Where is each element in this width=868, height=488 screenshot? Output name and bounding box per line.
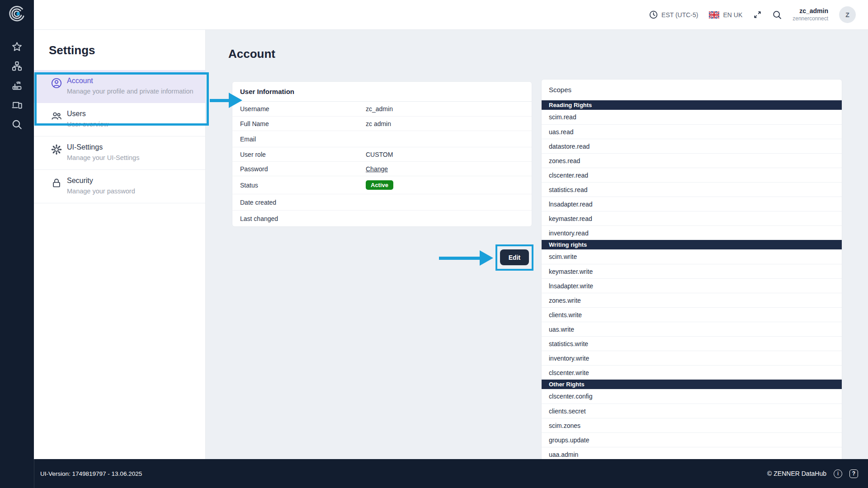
users-icon <box>51 110 62 129</box>
status-badge: Active <box>366 180 393 190</box>
app-rail <box>0 0 34 488</box>
timezone-label: EST (UTC-5) <box>661 11 698 19</box>
avatar-initial: Z <box>845 11 849 19</box>
organization-label: zennerconnect <box>793 15 828 22</box>
info-label: Status <box>240 182 366 189</box>
scopes-section-header-reading: Reading Rights <box>542 100 842 110</box>
fullscreen-icon[interactable] <box>753 10 762 19</box>
scope-item: scim.write <box>542 249 842 264</box>
favorites-star-icon[interactable] <box>0 37 34 56</box>
help-icon[interactable]: ? <box>849 469 858 478</box>
info-label: Last changed <box>240 215 366 222</box>
edit-button[interactable]: Edit <box>500 249 529 265</box>
footer: UI-Version: 1749819797 - 13.06.2025 © ZE… <box>34 459 868 488</box>
scope-item: clscenter.write <box>542 365 842 380</box>
scopes-other-list: clscenter.configclients.secretscim.zones… <box>542 389 842 459</box>
scope-item: clients.write <box>542 307 842 322</box>
user-information-card: User Information Username zc_admin Full … <box>232 81 532 227</box>
info-row-password: Password Change <box>232 161 532 176</box>
scope-label: clscenter.write <box>549 369 589 376</box>
info-icon[interactable]: i <box>834 469 842 478</box>
scope-item: clscenter.read <box>542 168 842 182</box>
scope-item: keymaster.write <box>542 264 842 278</box>
info-row-date-created: Date created <box>232 194 532 210</box>
scope-item: zones.read <box>542 153 842 168</box>
sidebar-item-security[interactable]: Security Manage your password <box>34 170 205 203</box>
scopes-reading-list: scim.readuas.readdatastore.readzones.rea… <box>542 110 842 240</box>
scopes-writing-list: scim.writekeymaster.writelnsadapter.writ… <box>542 249 842 380</box>
info-label: Password <box>240 165 366 173</box>
uk-flag-icon <box>709 11 719 19</box>
scope-label: clscenter.config <box>549 393 593 400</box>
scope-label: clscenter.read <box>549 172 588 179</box>
timezone-selector[interactable]: EST (UTC-5) <box>649 10 698 19</box>
info-row-fullname: Full Name zc admin <box>232 116 532 131</box>
page-title: Account <box>228 47 275 61</box>
scope-label: scim.zones <box>549 422 580 429</box>
scope-label: datastore.read <box>549 143 590 150</box>
scope-label: inventory.write <box>549 355 589 362</box>
change-password-link[interactable]: Change <box>366 165 388 173</box>
scope-label: uas.write <box>549 326 574 333</box>
nav-item-title: Account <box>67 77 193 85</box>
nav-item-title: Users <box>67 110 108 118</box>
scope-item: uas.read <box>542 124 842 139</box>
info-label: User role <box>240 151 366 158</box>
scopes-section-header-writing: Writing rights <box>542 240 842 249</box>
main-content: Account User Information Username zc_adm… <box>206 30 868 459</box>
scope-label: clients.secret <box>549 408 586 415</box>
scope-item: uas.write <box>542 322 842 336</box>
username-label: zc_admin <box>799 7 828 15</box>
sidebar-item-account[interactable]: Account Manage your profile and private … <box>34 70 205 103</box>
scope-label: lnsadapter.write <box>549 282 593 290</box>
info-row-username: Username zc_admin <box>232 102 532 116</box>
nav-item-title: Security <box>67 177 135 185</box>
search-rail-icon[interactable] <box>0 115 34 134</box>
info-row-user-role: User role CUSTOM <box>232 147 532 161</box>
language-selector[interactable]: EN UK <box>709 11 742 19</box>
scope-label: lnsadapter.read <box>549 201 593 208</box>
scopes-panel: Scopes Reading Rights scim.readuas.readd… <box>541 79 842 459</box>
scope-item: statistics.read <box>542 182 842 197</box>
scope-item: scim.read <box>542 110 842 124</box>
user-menu[interactable]: zc_admin zennerconnect <box>793 7 828 22</box>
scope-item: statistics.write <box>542 336 842 351</box>
scope-item: scim.zones <box>542 418 842 432</box>
copyright-label: © ZENNER DataHub <box>767 470 826 477</box>
devices-icon[interactable] <box>0 95 34 115</box>
avatar[interactable]: Z <box>839 6 856 23</box>
nav-item-description: User overview <box>67 120 108 129</box>
nav-item-description: Manage your profile and private informat… <box>67 87 193 96</box>
zenner-logo-icon[interactable] <box>8 5 27 23</box>
scope-label: keymaster.write <box>549 268 593 275</box>
language-label: EN UK <box>723 11 742 19</box>
settings-nav-panel: Settings Account Manage your profile and… <box>34 30 206 459</box>
scope-label: inventory.read <box>549 230 589 237</box>
search-icon[interactable] <box>773 10 782 19</box>
scope-item: keymaster.read <box>542 211 842 225</box>
gateway-icon[interactable] <box>0 76 34 95</box>
scope-label: scim.write <box>549 253 577 260</box>
info-value: CUSTOM <box>366 151 393 158</box>
nav-item-title: UI-Settings <box>67 143 139 151</box>
topology-icon[interactable] <box>0 56 34 76</box>
scope-label: statistics.write <box>549 340 588 347</box>
lock-icon <box>51 177 62 196</box>
sidebar-item-users[interactable]: Users User overview <box>34 103 205 136</box>
info-value: zc admin <box>366 120 391 127</box>
scope-item: lnsadapter.write <box>542 278 842 293</box>
scope-label: groups.update <box>549 436 590 444</box>
info-label: Full Name <box>240 120 366 127</box>
scope-item: inventory.write <box>542 351 842 365</box>
info-label: Email <box>240 136 366 143</box>
clock-icon <box>649 10 658 19</box>
scope-label: scim.read <box>549 113 576 121</box>
sidebar-item-ui-settings[interactable]: UI-Settings Manage your UI-Settings <box>34 136 205 170</box>
info-row-status: Status Active <box>232 176 532 194</box>
card-title: User Information <box>232 82 532 102</box>
user-circle-icon <box>51 77 62 96</box>
scope-label: statistics.read <box>549 186 588 193</box>
nav-item-description: Manage your UI-Settings <box>67 153 139 163</box>
scopes-title: Scopes <box>542 80 842 100</box>
scopes-section-header-other: Other Rights <box>542 380 842 389</box>
